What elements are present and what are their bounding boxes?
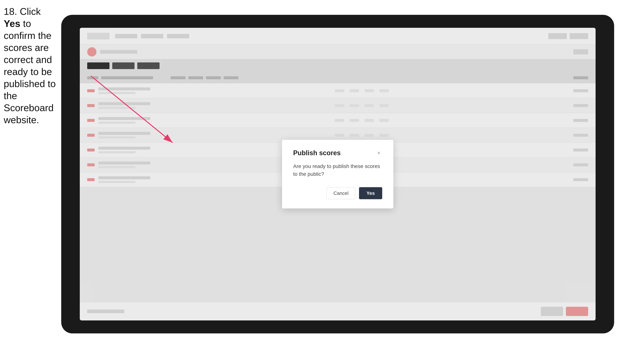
step-number: 18. — [4, 6, 17, 17]
cancel-button[interactable]: Cancel — [326, 187, 355, 199]
instruction-text: 18. Click Yes to confirm the scores are … — [4, 5, 58, 126]
instruction-text-part2: to confirm the scores are correct and re… — [4, 18, 56, 125]
instruction-text-part1: Click — [17, 6, 41, 17]
yes-button[interactable]: Yes — [359, 187, 382, 199]
publish-scores-dialog: Publish scores × Are you ready to publis… — [282, 140, 393, 208]
dialog-footer: Cancel Yes — [293, 187, 382, 199]
dialog-close-button[interactable]: × — [376, 150, 382, 156]
dialog-title: Publish scores — [293, 149, 341, 157]
dialog-body-text: Are you ready to publish these scores to… — [293, 163, 382, 178]
tablet-device: Publish scores × Are you ready to publis… — [61, 15, 614, 334]
instruction-bold: Yes — [4, 18, 20, 29]
tablet-screen: Publish scores × Are you ready to publis… — [80, 28, 596, 321]
dialog-header: Publish scores × — [293, 149, 382, 157]
